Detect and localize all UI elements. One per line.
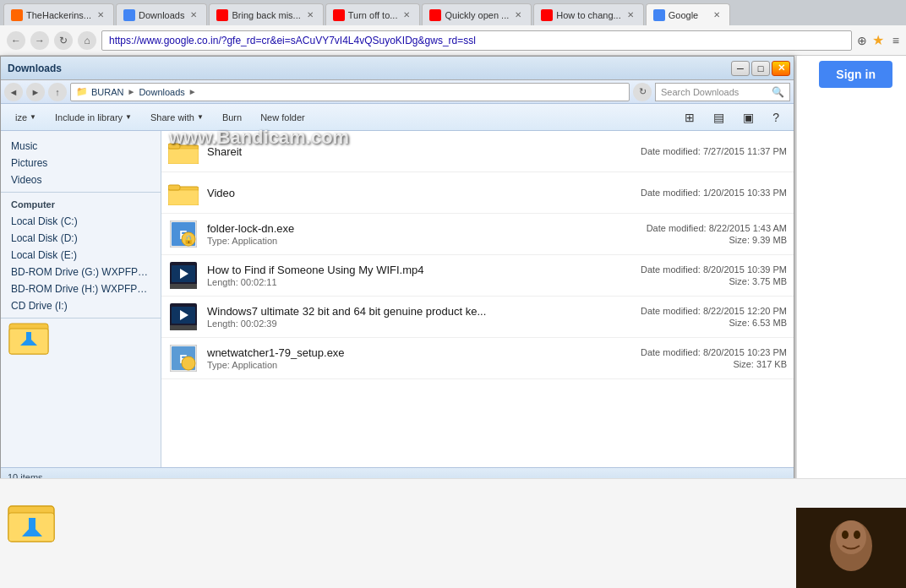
tab-close-btn[interactable]: ✕ xyxy=(625,9,636,21)
file-item-wnetwatcher[interactable]: E wnetwatcher1-79_setup.exe Type: Applic… xyxy=(161,338,794,379)
view-options-button[interactable]: ⊞ xyxy=(677,107,702,128)
explorer-search-box[interactable]: Search Downloads 🔍 xyxy=(655,83,790,101)
path-root: BURAN xyxy=(91,87,124,97)
file-info-wnetwatcher: wnetwatcher1-79_setup.exe Type: Applicat… xyxy=(207,346,641,370)
tab-thehackers[interactable]: TheHackerins... ✕ xyxy=(3,3,114,25)
preview-button[interactable]: ▣ xyxy=(735,107,761,128)
sidebar-item-cd-drive-i[interactable]: CD Drive (I:) xyxy=(1,297,161,314)
tab-title: TheHackerins... xyxy=(26,10,91,20)
tab-favicon xyxy=(216,9,228,21)
tab-turn-off[interactable]: Turn off to... ✕ xyxy=(325,3,421,25)
minimize-button[interactable]: ─ xyxy=(731,61,750,76)
window-controls: ─ □ ✕ xyxy=(731,61,790,76)
file-date-wnetwatcher: Date modified: 8/20/2015 10:23 PM xyxy=(641,347,787,357)
svg-point-31 xyxy=(854,531,860,539)
tab-downloads[interactable]: Downloads ✕ xyxy=(116,3,207,25)
sidebar-item-bdrom-h[interactable]: BD-ROM Drive (H:) WXPFPP_EN xyxy=(1,280,161,297)
home-button[interactable]: ⌂ xyxy=(78,31,96,50)
tab-quickly-open[interactable]: Quickly open ... ✕ xyxy=(422,3,532,25)
sidebar-item-pictures[interactable]: Pictures xyxy=(1,155,161,172)
tab-close-btn[interactable]: ✕ xyxy=(512,9,524,21)
file-date-win7-video: Date modified: 8/22/2015 12:20 PM xyxy=(641,306,787,316)
signin-button[interactable]: Sign in xyxy=(819,61,892,88)
reload-button[interactable]: ↻ xyxy=(54,31,73,50)
address-input[interactable] xyxy=(101,30,852,51)
tab-google[interactable]: Google ✕ xyxy=(646,3,730,25)
folder-icon xyxy=(168,136,199,166)
sidebar-header-computer: Computer xyxy=(1,196,161,213)
explorer-back-button[interactable]: ◄ xyxy=(4,83,23,101)
file-item-video[interactable]: Video Date modified: 1/20/2015 10:33 PM xyxy=(161,172,794,214)
organize-button[interactable]: ize ▼ xyxy=(8,107,44,128)
zoom-button[interactable]: ⊕ xyxy=(857,34,867,47)
tab-close-btn[interactable]: ✕ xyxy=(401,9,412,21)
file-info-win7-video: Windows7 ultimate 32 bit and 64 bit genu… xyxy=(207,305,641,329)
tab-favicon xyxy=(541,9,553,21)
tab-close-btn[interactable]: ✕ xyxy=(711,9,723,21)
forward-button[interactable]: → xyxy=(30,31,49,50)
tab-favicon xyxy=(11,9,23,21)
organize-label: ize xyxy=(15,112,27,122)
explorer-toolbar: ize ▼ Include in library ▼ Share with ▼ … xyxy=(1,104,794,131)
maximize-button[interactable]: □ xyxy=(751,61,770,76)
sidebar-item-bdrom-g[interactable]: BD-ROM Drive (G:) WXPFPP_EN xyxy=(1,264,161,280)
back-button[interactable]: ← xyxy=(7,31,25,50)
tab-close-btn[interactable]: ✕ xyxy=(188,9,199,21)
path-folder: Downloads xyxy=(139,87,184,97)
tab-close-btn[interactable]: ✕ xyxy=(304,9,316,21)
explorer-main[interactable]: Shareit Date modified: 7/27/2015 11:37 P… xyxy=(161,131,794,467)
file-date-video: Date modified: 1/20/2015 10:33 PM xyxy=(641,188,787,198)
explorer-forward-button[interactable]: ► xyxy=(26,83,45,101)
file-name-win7-video: Windows7 ultimate 32 bit and 64 bit genu… xyxy=(207,305,641,318)
file-item-win7-video[interactable]: Windows7 ultimate 32 bit and 64 bit genu… xyxy=(161,297,794,338)
tab-how-to-change[interactable]: How to chang... ✕ xyxy=(533,3,643,25)
tab-title: Bring back mis... xyxy=(232,10,300,20)
sidebar-item-music[interactable]: Music xyxy=(1,138,161,155)
close-button[interactable]: ✕ xyxy=(772,61,790,76)
include-in-library-button[interactable]: Include in library ▼ xyxy=(47,107,139,128)
tab-bar: TheHackerins... ✕ Downloads ✕ Bring back… xyxy=(0,0,906,25)
bookmark-star[interactable]: ★ xyxy=(872,32,884,48)
path-icon: 📁 xyxy=(76,86,88,97)
tab-title: Google xyxy=(669,10,707,20)
svg-rect-9 xyxy=(168,185,180,190)
file-date-folder-lock: Date modified: 8/22/2015 1:43 AM xyxy=(647,223,787,233)
browser-bottom-area xyxy=(0,478,906,588)
svg-rect-18 xyxy=(170,284,197,289)
share-with-label: Share with xyxy=(150,112,194,122)
file-info-folder-lock: folder-lock-dn.exe Type: Application xyxy=(207,222,647,246)
tab-favicon xyxy=(123,9,135,21)
tab-bring-back[interactable]: Bring back mis... ✕ xyxy=(209,3,323,25)
file-info-video: Video xyxy=(207,187,641,199)
tab-favicon xyxy=(653,9,665,21)
burn-button[interactable]: Burn xyxy=(215,107,249,128)
file-date-value: 7/27/2015 11:37 PM xyxy=(703,146,787,156)
folder-icon xyxy=(168,177,199,208)
help-button[interactable]: ? xyxy=(765,107,787,128)
file-item-shareit[interactable]: Shareit Date modified: 7/27/2015 11:37 P… xyxy=(161,131,794,172)
chrome-menu-button[interactable]: ≡ xyxy=(892,34,899,47)
file-item-wifi-video[interactable]: How to Find if Someone Using My WIFI.mp4… xyxy=(161,255,794,297)
svg-point-26 xyxy=(182,357,195,370)
search-icon[interactable]: 🔍 xyxy=(772,86,784,98)
share-with-button[interactable]: Share with ▼ xyxy=(143,107,211,128)
sidebar-item-local-disk-e[interactable]: Local Disk (E:) xyxy=(1,247,161,264)
svg-text:🔒: 🔒 xyxy=(183,234,194,245)
sidebar-item-local-disk-d[interactable]: Local Disk (D:) xyxy=(1,230,161,247)
file-date-shareit: Date modified: 7/27/2015 11:37 PM xyxy=(641,146,787,156)
view-details-button[interactable]: ▤ xyxy=(706,107,732,128)
explorer-up-button[interactable]: ↑ xyxy=(48,83,67,101)
explorer-address-bar: ◄ ► ↑ 📁 BURAN ► Downloads ► ↻ Search Dow… xyxy=(1,80,794,104)
download-folder-icon xyxy=(8,313,50,368)
browser-chrome: TheHackerins... ✕ Downloads ✕ Bring back… xyxy=(0,0,906,56)
tab-title: Quickly open ... xyxy=(445,10,509,20)
sidebar-item-local-disk-c[interactable]: Local Disk (C:) xyxy=(1,213,161,230)
sidebar-item-videos[interactable]: Videos xyxy=(1,172,161,188)
new-folder-button[interactable]: New folder xyxy=(253,107,313,128)
explorer-path[interactable]: 📁 BURAN ► Downloads ► xyxy=(70,83,630,101)
date-modified-label: Date modified: xyxy=(641,146,703,156)
file-date-wifi-video: Date modified: 8/20/2015 10:39 PM xyxy=(641,264,787,275)
explorer-refresh-button[interactable]: ↻ xyxy=(633,83,652,101)
file-item-folder-lock[interactable]: E 🔒 folder-lock-dn.exe Type: Application… xyxy=(161,214,794,255)
tab-close-btn[interactable]: ✕ xyxy=(95,9,106,21)
